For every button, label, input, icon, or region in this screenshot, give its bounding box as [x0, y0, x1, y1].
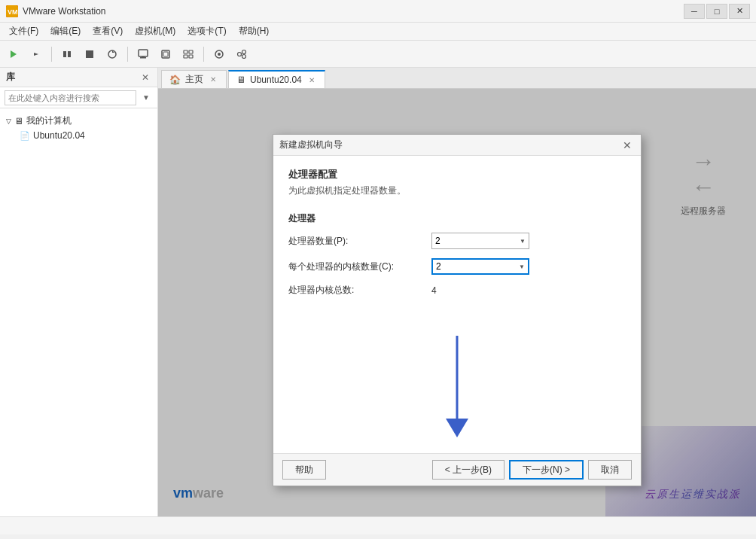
ubuntu-tab-close[interactable]: ✕	[306, 75, 317, 85]
core-count-value: 2	[436, 261, 441, 272]
tab-home[interactable]: 🏠 主页 ✕	[161, 70, 227, 88]
content-panel: → ← 远程服务器 vmware 云原生运维实战派	[158, 89, 756, 516]
svg-marker-26	[446, 419, 468, 437]
core-count-row: 每个处理器的内核数量(C): 2 ▼	[288, 258, 626, 275]
menu-bar: 文件(F) 编辑(E) 查看(V) 虚拟机(M) 选项卡(T) 帮助(H)	[0, 23, 756, 41]
svg-line-24	[242, 55, 242, 56]
sidebar-search-bar: ▼	[0, 87, 157, 108]
content-area: 🏠 主页 ✕ 🖥 Ubuntu20.04 ✕ → ← 远程服务器	[158, 68, 756, 516]
menu-view[interactable]: 查看(V)	[87, 23, 129, 40]
computer-icon: 🖥	[14, 116, 23, 126]
dialog-footer: 帮助 < 上一步(B) 下一步(N) > 取消	[273, 453, 641, 486]
menu-help[interactable]: 帮助(H)	[233, 23, 276, 40]
new-vm-wizard-dialog: 新建虚拟机向导 ✕ 处理器配置 为此虚拟机指定处理器数量。 处理器 处理器数量(…	[273, 134, 642, 486]
svg-rect-13	[163, 52, 168, 56]
prev-step-button[interactable]: < 上一步(B)	[432, 460, 505, 480]
svg-text:VM: VM	[8, 8, 18, 16]
menu-vm[interactable]: 虚拟机(M)	[129, 23, 181, 40]
cancel-button[interactable]: 取消	[588, 460, 632, 480]
processor-count-row: 处理器数量(P): 2 ▼	[288, 233, 626, 249]
tree-item-ubuntu[interactable]: 📄 Ubuntu20.04	[3, 129, 154, 142]
status-bar	[0, 516, 756, 534]
sidebar-title: 库	[6, 71, 15, 84]
menu-edit[interactable]: 编辑(E)	[44, 23, 87, 40]
svg-point-21	[242, 50, 246, 53]
tab-ubuntu[interactable]: 🖥 Ubuntu20.04 ✕	[228, 70, 325, 88]
dialog-close-button[interactable]: ✕	[620, 138, 635, 153]
dialog-titlebar: 新建虚拟机向导 ✕	[273, 135, 641, 156]
tree-item-mycomputer[interactable]: ▽ 🖥 我的计算机	[3, 113, 154, 129]
toolbar-sep-2	[127, 47, 128, 62]
svg-rect-14	[184, 50, 187, 53]
window-title: VMware Workstation	[23, 6, 684, 17]
title-bar: VM VMware Workstation ─ □ ✕	[0, 0, 756, 23]
dialog-body: 处理器配置 为此虚拟机指定处理器数量。 处理器 处理器数量(P): 2 ▼	[273, 156, 641, 453]
dialog-section-desc: 为此虚拟机指定处理器数量。	[288, 184, 626, 197]
core-count-select[interactable]: 2 ▼	[431, 258, 529, 275]
play-button[interactable]	[3, 44, 24, 65]
toolbar	[0, 41, 756, 68]
vmware-main-content: → ← 远程服务器 vmware 云原生运维实战派	[158, 89, 756, 516]
snapshot-button[interactable]	[209, 44, 230, 65]
svg-rect-6	[86, 50, 93, 58]
core-count-arrow-icon: ▼	[519, 263, 525, 270]
next-step-button[interactable]: 下一步(N) >	[509, 460, 584, 480]
svg-marker-3	[34, 53, 38, 56]
svg-rect-17	[189, 55, 193, 58]
home-tab-icon: 🏠	[169, 75, 181, 85]
ubuntu-tab-label: Ubuntu20.04	[250, 75, 302, 85]
vm-settings-button[interactable]	[133, 44, 154, 65]
app-logo: VM	[6, 5, 18, 17]
main-layout: 库 ✕ ▼ ▽ 🖥 我的计算机 📄 Ubuntu20.04 🏠 主页	[0, 68, 756, 516]
suspend-button[interactable]	[56, 44, 78, 65]
minimize-button[interactable]: ─	[684, 4, 705, 19]
sidebar: 库 ✕ ▼ ▽ 🖥 我的计算机 📄 Ubuntu20.04	[0, 68, 158, 516]
footer-right-buttons: < 上一步(B) 下一步(N) > 取消	[432, 460, 632, 480]
svg-rect-16	[184, 55, 187, 58]
restore-button[interactable]: □	[706, 4, 727, 19]
svg-rect-9	[139, 50, 148, 56]
window-controls: ─ □ ✕	[684, 4, 750, 19]
home-tab-label: 主页	[185, 73, 203, 86]
menu-tab[interactable]: 选项卡(T)	[181, 23, 232, 40]
snapshot-manager-button[interactable]	[231, 44, 252, 65]
svg-point-19	[218, 53, 221, 56]
next-step-arrow-icon	[438, 328, 476, 449]
close-button[interactable]: ✕	[729, 4, 750, 19]
processor-count-select[interactable]: 2 ▼	[431, 233, 529, 249]
play-dropdown-button[interactable]	[26, 44, 47, 65]
svg-rect-11	[142, 56, 145, 57]
unity-button[interactable]	[178, 44, 199, 65]
reset-button[interactable]	[102, 44, 123, 65]
sidebar-header: 库 ✕	[0, 68, 157, 87]
total-cores-row: 处理器内核总数: 4	[288, 284, 626, 297]
dialog-section-title: 处理器配置	[288, 168, 626, 181]
home-tab-close[interactable]: ✕	[208, 75, 218, 85]
ubuntu-tab-icon: 🖥	[236, 75, 245, 85]
dialog-arrow-area	[288, 306, 626, 441]
tree-item-ubuntu-label: Ubuntu20.04	[33, 130, 85, 141]
fullscreen-button[interactable]	[155, 44, 176, 65]
total-cores-value: 4	[431, 285, 437, 296]
tab-bar: 🏠 主页 ✕ 🖥 Ubuntu20.04 ✕	[158, 68, 756, 89]
sidebar-tree: ▽ 🖥 我的计算机 📄 Ubuntu20.04	[0, 108, 157, 147]
processor-count-arrow-icon: ▼	[520, 238, 526, 245]
svg-marker-2	[11, 50, 17, 58]
svg-rect-4	[63, 51, 66, 57]
help-button[interactable]: 帮助	[282, 460, 326, 480]
dialog-title: 新建虚拟机向导	[279, 139, 343, 151]
search-dropdown-button[interactable]: ▼	[139, 91, 153, 105]
svg-rect-15	[189, 50, 193, 53]
dialog-group-label: 处理器	[288, 212, 626, 225]
svg-point-20	[238, 52, 242, 56]
sidebar-close-button[interactable]: ✕	[139, 72, 151, 84]
total-cores-label: 处理器内核总数:	[288, 284, 424, 297]
search-input[interactable]	[5, 90, 136, 105]
stop-button[interactable]	[79, 44, 100, 65]
svg-point-22	[242, 54, 246, 58]
svg-line-23	[242, 53, 242, 53]
core-count-label: 每个处理器的内核数量(C):	[288, 260, 424, 273]
vm-icon: 📄	[20, 131, 30, 141]
menu-file[interactable]: 文件(F)	[3, 23, 44, 40]
processor-count-label: 处理器数量(P):	[288, 235, 424, 248]
